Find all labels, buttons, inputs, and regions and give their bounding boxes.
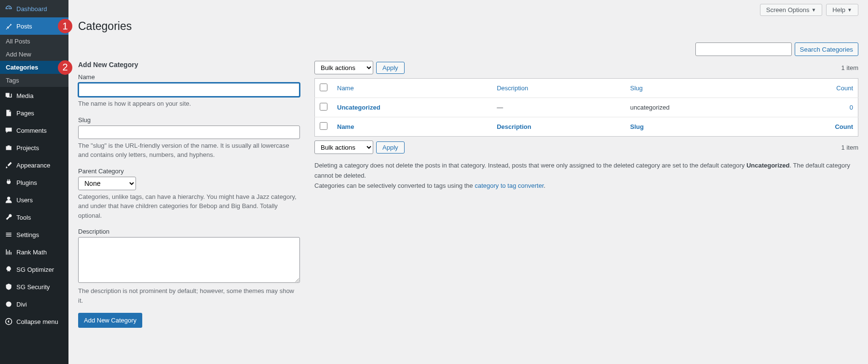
sidebar-item-rank-math[interactable]: Rank Math: [0, 243, 68, 261]
plug-icon: [4, 178, 14, 187]
name-label: Name: [78, 73, 300, 81]
admin-sidebar: DashboardPosts1All PostsAdd NewCategorie…: [0, 0, 68, 364]
screen-options-button[interactable]: Screen Options ▼: [760, 4, 823, 16]
sidebar-item-label: Appearance: [16, 162, 50, 169]
col-name-header[interactable]: Name: [337, 84, 354, 92]
brush-icon: [4, 160, 14, 170]
col-count-footer[interactable]: Count: [835, 123, 853, 130]
page-icon: [4, 108, 14, 118]
comment-icon: [4, 126, 14, 135]
caret-down-icon: ▼: [811, 7, 816, 13]
sidebar-item-collapse[interactable]: Collapse menu: [0, 313, 68, 330]
annotation-badge: 2: [58, 60, 72, 75]
col-slug-footer[interactable]: Slug: [630, 123, 644, 130]
col-name-footer[interactable]: Name: [337, 123, 354, 130]
sidebar-item-dashboard[interactable]: Dashboard: [0, 0, 68, 17]
sidebar-item-appearance[interactable]: Appearance: [0, 156, 68, 174]
sidebar-subitem-tags[interactable]: Tags: [0, 74, 68, 87]
row-description: —: [492, 98, 625, 117]
sidebar-subitem-all-posts[interactable]: All Posts: [0, 35, 68, 48]
sidebar-item-label: Settings: [16, 231, 39, 238]
add-category-form: Add New Category Name The name is how it…: [78, 61, 300, 328]
sidebar-item-label: Rank Math: [16, 249, 47, 256]
sidebar-item-label: Comments: [16, 127, 47, 134]
media-icon: [4, 91, 14, 100]
rocket-icon: [4, 265, 14, 274]
user-icon: [4, 195, 14, 205]
collapse-icon: [4, 317, 14, 326]
sidebar-item-sg-security[interactable]: SG Security: [0, 278, 68, 295]
row-count-link[interactable]: 0: [850, 104, 853, 111]
bulk-actions-select-bottom[interactable]: Bulk actions: [314, 140, 373, 154]
search-categories-input[interactable]: [695, 42, 792, 56]
page-title: Categories: [78, 20, 858, 33]
sidebar-item-label: Dashboard: [16, 5, 47, 13]
sidebar-item-media[interactable]: Media: [0, 87, 68, 104]
slug-help-text: The "slug" is the URL-friendly version o…: [78, 141, 300, 160]
parent-label: Parent Category: [78, 168, 300, 175]
row-checkbox[interactable]: [320, 103, 327, 111]
search-categories-button[interactable]: Search Categories: [795, 42, 858, 56]
annotation-badge: 1: [58, 19, 72, 33]
sidebar-item-label: SG Security: [16, 283, 50, 291]
category-name-link[interactable]: Uncategorized: [337, 104, 380, 111]
tag-converter-link[interactable]: category to tag converter: [475, 182, 543, 189]
sidebar-item-label: Media: [16, 92, 33, 99]
sidebar-subitem-categories[interactable]: Categories2: [0, 61, 68, 74]
apply-bulk-top-button[interactable]: Apply: [376, 62, 405, 74]
sidebar-item-divi[interactable]: Divi: [0, 295, 68, 313]
add-new-category-button[interactable]: Add New Category: [78, 313, 142, 328]
main-content: Screen Options ▼ Help ▼ Categories Searc…: [68, 0, 868, 364]
circle-icon: [4, 299, 14, 309]
apply-bulk-bottom-button[interactable]: Apply: [376, 141, 405, 154]
sidebar-item-tools[interactable]: Tools: [0, 209, 68, 226]
item-count-bottom: 1 item: [841, 144, 858, 151]
form-section-title: Add New Category: [78, 61, 300, 69]
sidebar-subitem-label: Categories: [6, 64, 38, 71]
select-all-bottom-checkbox[interactable]: [320, 122, 327, 130]
table-row: Uncategorized — uncategorized 0: [315, 98, 858, 117]
col-slug-header[interactable]: Slug: [630, 84, 643, 92]
sidebar-item-label: Users: [16, 196, 33, 204]
row-slug: uncategorized: [625, 98, 773, 117]
category-description-textarea[interactable]: [78, 237, 300, 283]
svg-point-0: [7, 197, 10, 200]
categories-list-panel: Bulk actions Apply 1 item Name Descripti…: [314, 61, 858, 328]
name-help-text: The name is how it appears on your site.: [78, 99, 300, 109]
sidebar-item-projects[interactable]: Projects: [0, 139, 68, 156]
parent-category-select[interactable]: None: [78, 177, 136, 190]
help-button[interactable]: Help ▼: [826, 4, 858, 16]
sliders-icon: [4, 230, 14, 239]
select-all-top-checkbox[interactable]: [320, 84, 327, 91]
col-description-footer[interactable]: Description: [497, 123, 531, 130]
sidebar-item-label: Tools: [16, 214, 31, 221]
sidebar-item-label: Projects: [16, 144, 39, 152]
col-count-header[interactable]: Count: [836, 84, 853, 92]
sidebar-submenu: All PostsAdd NewCategories2Tags: [0, 35, 68, 87]
chart-icon: [4, 247, 14, 257]
bulk-actions-select-top[interactable]: Bulk actions: [314, 61, 373, 74]
pin-icon: [4, 21, 14, 31]
sidebar-item-sg-optimizer[interactable]: SG Optimizer: [0, 261, 68, 278]
delete-note: Deleting a category does not delete the …: [314, 161, 858, 191]
sidebar-subitem-add-new[interactable]: Add New: [0, 48, 68, 61]
sidebar-item-settings[interactable]: Settings: [0, 226, 68, 243]
col-description-header[interactable]: Description: [497, 84, 528, 92]
dashboard-icon: [4, 4, 14, 14]
categories-table: Name Description Slug Count Uncategorize…: [314, 78, 858, 137]
parent-help-text: Categories, unlike tags, can have a hier…: [78, 192, 300, 221]
sidebar-item-plugins[interactable]: Plugins: [0, 174, 68, 191]
category-slug-input[interactable]: [78, 126, 300, 139]
sidebar-item-label: Plugins: [16, 179, 37, 186]
svg-point-1: [6, 301, 11, 307]
caret-down-icon: ▼: [847, 7, 852, 13]
portfolio-icon: [4, 143, 14, 153]
sidebar-item-comments[interactable]: Comments: [0, 122, 68, 139]
sidebar-item-label: Pages: [16, 110, 34, 117]
category-name-input[interactable]: [78, 83, 300, 97]
sidebar-subitem-label: All Posts: [6, 38, 30, 45]
sidebar-item-posts[interactable]: Posts1: [0, 17, 68, 35]
sidebar-item-pages[interactable]: Pages: [0, 104, 68, 122]
sidebar-item-label: Collapse menu: [16, 318, 58, 325]
sidebar-item-users[interactable]: Users: [0, 191, 68, 209]
